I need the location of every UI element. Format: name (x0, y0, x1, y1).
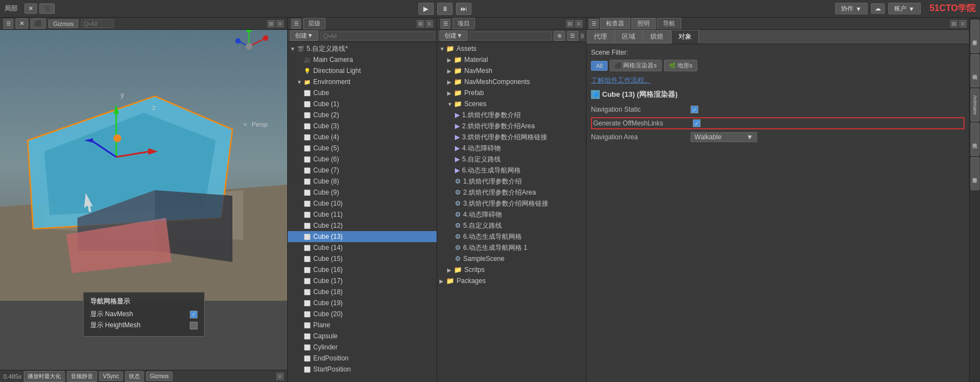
list-item[interactable]: ⬜ Cube (15) (288, 253, 437, 264)
list-item[interactable]: ⬜ Cube (6) (288, 154, 437, 165)
list-item[interactable]: ⬜ Cube (9) (288, 187, 437, 198)
list-item[interactable]: 💡 Directional Light (288, 65, 437, 76)
proj-item[interactable]: ▶ 4.动态障碍物 (437, 143, 586, 154)
vp-settings-btn[interactable]: ≡ (276, 373, 284, 380)
filter-terrain-btn[interactable]: 🌿 地形s (664, 60, 698, 71)
strip-animation[interactable]: 动画 (971, 54, 979, 87)
project-tab[interactable]: 项目 (453, 18, 475, 29)
insp-pin-btn[interactable]: ⊞ (950, 20, 958, 28)
expand-btn[interactable]: ≡ (276, 20, 284, 28)
list-item[interactable]: ⬜ StartPosition (288, 364, 437, 375)
list-item-selected[interactable]: ⬜ Cube (13) (288, 231, 437, 242)
hier-menu[interactable]: ☰ (291, 19, 301, 29)
list-item[interactable]: ⬜ Cube (1) (288, 98, 437, 109)
proj-icon1[interactable]: ⊕ (554, 31, 565, 41)
list-item[interactable]: ⬜ EndPosition (288, 353, 437, 364)
list-item[interactable]: ⬜ Cube (5) (288, 143, 437, 154)
list-item[interactable]: ⬜ Plane (288, 320, 437, 331)
vsync-btn[interactable]: VSync (99, 371, 123, 381)
maximize-btn[interactable]: 播放时最大化 (24, 371, 65, 382)
proj-item[interactable]: ▶ 5.自定义路线 (437, 154, 586, 165)
list-item[interactable]: ⬜ Cube (7) (288, 165, 437, 176)
nav-tab-area[interactable]: 区域 (615, 30, 642, 44)
proj-menu[interactable]: ☰ (440, 19, 450, 29)
proj-create-btn[interactable]: 创建▼ (439, 30, 468, 41)
hierarchy-tab[interactable]: 层级 (303, 18, 325, 29)
proj-item[interactable]: ⚙ 4.动态障碍物 (437, 209, 586, 220)
list-item[interactable]: ⬜ Cube (2) (288, 109, 437, 121)
list-item[interactable]: ⬜ Cube (19) (288, 297, 437, 308)
viewport-search[interactable] (81, 19, 114, 28)
insp-expand-btn[interactable]: ≡ (959, 20, 967, 28)
list-item[interactable]: ⬜ Cube (12) (288, 220, 437, 231)
audio-mute-btn[interactable]: 音频静音 (67, 371, 97, 382)
proj-item[interactable]: ▶ 3.烘焙代理参数介绍网格链接 (437, 132, 586, 143)
heightmesh-checkbox[interactable] (190, 322, 198, 329)
hier-pin-btn[interactable]: ⊞ (417, 20, 424, 28)
stats-btn[interactable]: 状态 (125, 371, 144, 382)
strip-lighting[interactable]: 光照 (971, 123, 979, 156)
strip-audio[interactable]: 音频 (971, 157, 979, 190)
proj-item[interactable]: ▶ 1.烘焙代理参数介绍 (437, 109, 586, 121)
proj-icon2[interactable]: ☰ (567, 31, 578, 41)
list-item[interactable]: ⬜ Cube (8) (288, 176, 437, 187)
pause-button[interactable]: ⏸ (437, 3, 453, 15)
list-item[interactable]: ⬜ Cube (11) (288, 209, 437, 220)
filter-mesh-btn[interactable]: ⬛ 网格渲染器s (610, 60, 662, 71)
transform-tool[interactable]: ✕ (24, 3, 37, 14)
account-button[interactable]: 账户 ▼ (888, 3, 921, 14)
proj-item[interactable]: ▶ 📁 NavMeshComponents (437, 76, 586, 87)
proj-item[interactable]: ▼ 📁 Assets (437, 43, 586, 54)
generate-offmesh-checkbox[interactable]: ✓ (693, 119, 701, 127)
gizmos-button[interactable]: Gizmos (48, 19, 79, 28)
proj-item[interactable]: ⚙ 6.动态生成导航网格 (437, 231, 586, 242)
proj-item[interactable]: ⚙ SampleScene (437, 253, 586, 264)
scene-root[interactable]: ▼ 🎬 5.自定义路线* (288, 43, 437, 54)
proj-item[interactable]: ▶ 📁 Packages (437, 275, 586, 286)
viewport-menu-icon[interactable]: ☰ (3, 19, 13, 29)
list-item[interactable]: ⬜ Cube (18) (288, 286, 437, 297)
play-button[interactable]: ▶ (418, 3, 434, 15)
list-item[interactable]: 🎥 Main Camera (288, 54, 437, 65)
cloud-button[interactable]: ☁ (871, 3, 885, 14)
hier-search[interactable] (320, 32, 434, 40)
proj-search[interactable] (470, 32, 552, 40)
nav-area-dropdown[interactable]: Walkable ▼ (691, 132, 757, 142)
collab-button[interactable]: 协作 ▼ (835, 3, 868, 14)
navmesh-checkbox[interactable]: ✓ (190, 311, 198, 318)
tab-lighting[interactable]: 照明 (631, 18, 656, 29)
hier-create-btn[interactable]: 创建▼ (290, 30, 318, 41)
nav-static-checkbox[interactable]: ✓ (691, 106, 698, 113)
proj-item[interactable]: ▶ 📁 Scritps (437, 264, 586, 275)
proj-item[interactable]: ▶ 📁 Prefab (437, 87, 586, 98)
pin-btn[interactable]: ⊞ (267, 20, 275, 28)
proj-item[interactable]: ⚙ 1.烘焙代理参数介绍 (437, 176, 586, 187)
list-item[interactable]: ⬜ Cube (14) (288, 242, 437, 253)
tab-inspector[interactable]: 检查器 (600, 18, 630, 29)
list-item[interactable]: ⬜ Cube (288, 87, 437, 98)
proj-item[interactable]: ▼ 📁 Scenes (437, 98, 586, 109)
proj-item[interactable]: ▶ 📁 NavMesh (437, 65, 586, 76)
list-item[interactable]: ⬜ Cylinder (288, 342, 437, 353)
list-item[interactable]: ⬜ Cube (16) (288, 264, 437, 275)
step-button[interactable]: ⏭ (456, 3, 471, 15)
proj-item[interactable]: ⚙ 3.烘焙代理参数介绍网格链接 (437, 198, 586, 209)
list-item[interactable]: ▼ 📁 Environment (288, 76, 437, 87)
transform-x-btn[interactable]: ✕ (15, 18, 28, 29)
gizmos-bottom-btn[interactable]: Gizmos (146, 371, 173, 381)
strip-services[interactable]: 服务 (971, 20, 979, 53)
filter-all-btn[interactable]: All (591, 61, 608, 71)
camera-tool[interactable]: 🎥 (39, 3, 55, 14)
list-item[interactable]: ⬜ Cube (4) (288, 132, 437, 143)
proj-item[interactable]: ⚙ 2.烘焙代理参数介绍Area (437, 187, 586, 198)
list-item[interactable]: ⬜ Cube (17) (288, 275, 437, 286)
nav-tab-agent[interactable]: 代理 (587, 30, 614, 44)
list-item[interactable]: ⬜ Cube (10) (288, 198, 437, 209)
workflow-link[interactable]: 了解组件工作流程。 (591, 76, 965, 85)
nav-tab-bake[interactable]: 烘焙 (643, 30, 671, 44)
proj-item[interactable]: ▶ 2.烘焙代理参数介绍Area (437, 121, 586, 132)
camera-icon-btn[interactable]: ⬛ (30, 18, 46, 29)
list-item[interactable]: ⬜ Capsule (288, 331, 437, 342)
hier-expand-btn[interactable]: ≡ (426, 20, 433, 28)
proj-pin-btn[interactable]: ⊞ (566, 20, 574, 28)
